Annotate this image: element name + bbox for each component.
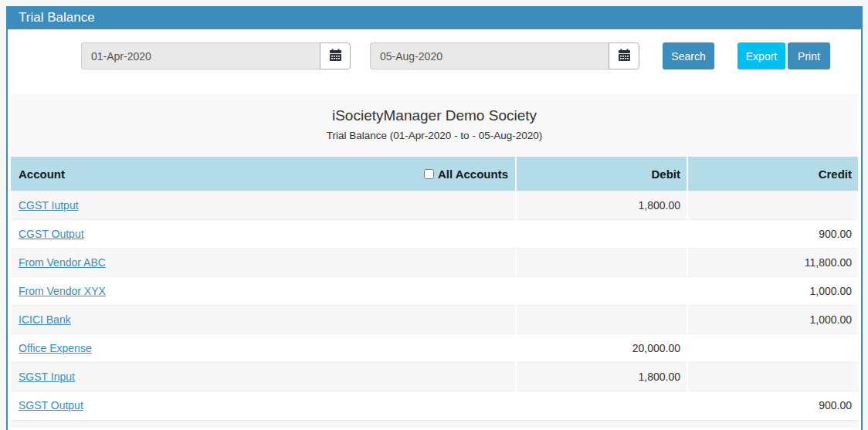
filter-bar: Search Export Print xyxy=(8,29,861,86)
debit-header: Debit xyxy=(516,157,687,191)
table-row: From Vendor ABC11,800.00 xyxy=(11,249,858,277)
page: Trial Balance xyxy=(0,0,868,430)
credit-cell: 11,800.00 xyxy=(687,249,858,277)
credit-cell: 900.00 xyxy=(687,391,858,420)
table-row: Office Expense20,000.00 xyxy=(11,334,858,363)
credit-cell: 900.00 xyxy=(687,220,858,249)
credit-cell xyxy=(687,334,858,363)
credit-cell xyxy=(687,191,858,220)
account-link[interactable]: Office Expense xyxy=(19,342,92,354)
table-row: From Vendor XYX1,000.00 xyxy=(11,277,858,306)
panel-title: Trial Balance xyxy=(8,6,861,29)
all-accounts-toggle[interactable]: All Accounts xyxy=(424,168,508,181)
calendar-icon xyxy=(618,49,631,64)
report-subtitle: Trial Balance (01-Apr-2020 - to - 05-Aug… xyxy=(11,130,858,141)
debit-cell xyxy=(516,277,687,306)
search-button[interactable]: Search xyxy=(663,42,714,69)
debit-cell: 20,000.00 xyxy=(516,334,687,363)
export-button[interactable]: Export xyxy=(737,42,785,69)
credit-cell xyxy=(687,363,858,391)
report-area: iSocietyManager Demo Society Trial Balan… xyxy=(11,93,858,428)
debit-cell xyxy=(516,306,687,334)
table-row: ICICI Bank1,000.00 xyxy=(11,306,858,334)
trial-balance-panel: Trial Balance xyxy=(6,6,863,430)
table-header-row: Account All Accounts Debit Credit xyxy=(11,157,858,191)
calendar-icon xyxy=(329,49,342,64)
debit-cell xyxy=(516,220,687,249)
to-date-input[interactable] xyxy=(370,42,609,69)
account-link[interactable]: From Vendor XYX xyxy=(19,285,106,297)
debit-cell xyxy=(516,391,687,420)
account-link[interactable]: CGST Iutput xyxy=(19,199,79,212)
partial-next-row xyxy=(11,420,858,428)
credit-cell: 1,000.00 xyxy=(687,306,858,334)
table-row: CGST Iutput1,800.00 xyxy=(11,191,858,220)
print-button[interactable]: Print xyxy=(788,42,830,69)
to-date-calendar-button[interactable] xyxy=(609,42,639,69)
debit-cell: 1,800.00 xyxy=(516,363,687,391)
account-link[interactable]: ICICI Bank xyxy=(19,313,71,326)
account-header: Account xyxy=(19,168,65,181)
table-row: SGST Output900.00 xyxy=(11,391,858,420)
all-accounts-checkbox[interactable] xyxy=(424,169,434,179)
account-link[interactable]: CGST Output xyxy=(19,228,84,240)
from-date-input[interactable] xyxy=(81,42,320,69)
table-row: CGST Output900.00 xyxy=(11,220,858,249)
account-link[interactable]: From Vendor ABC xyxy=(19,256,106,269)
account-link[interactable]: SGST Output xyxy=(19,399,83,411)
debit-cell: 1,800.00 xyxy=(516,191,687,220)
table-row: SGST Input1,800.00 xyxy=(11,363,858,391)
debit-cell xyxy=(516,249,687,277)
from-date-calendar-button[interactable] xyxy=(320,42,351,69)
to-date-group xyxy=(370,42,639,69)
all-accounts-label: All Accounts xyxy=(438,168,508,181)
credit-cell: 1,000.00 xyxy=(687,277,858,306)
account-link[interactable]: SGST Input xyxy=(19,371,75,383)
credit-header: Credit xyxy=(687,157,858,191)
from-date-group xyxy=(81,42,351,69)
society-title: iSocietyManager Demo Society xyxy=(11,107,858,124)
trial-balance-table: Account All Accounts Debit Credit CGST I… xyxy=(11,157,858,420)
